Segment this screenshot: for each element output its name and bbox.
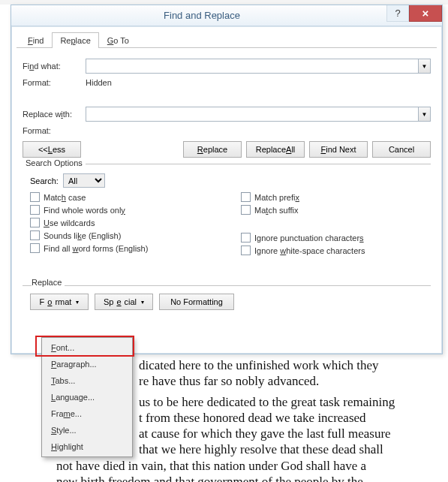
chevron-down-icon[interactable]: ▼ bbox=[418, 59, 430, 73]
special-dropdown-button[interactable]: Special bbox=[95, 294, 153, 310]
replace-with-input[interactable] bbox=[86, 107, 418, 121]
menu-highlight[interactable]: Highlight bbox=[44, 438, 131, 455]
tab-find[interactable]: Find bbox=[20, 32, 52, 48]
menu-paragraph[interactable]: Paragraph... bbox=[44, 356, 131, 372]
format-label-1: Format: bbox=[23, 78, 86, 87]
wildcards-checkbox[interactable]: Use wildcards bbox=[30, 218, 241, 227]
chevron-down-icon[interactable]: ▼ bbox=[418, 107, 430, 121]
replace-section-label: Replace bbox=[23, 255, 431, 286]
match-case-checkbox[interactable]: Match case bbox=[30, 192, 241, 202]
find-what-combo[interactable]: ▼ bbox=[86, 59, 431, 74]
sounds-like-checkbox[interactable]: Sounds like (English) bbox=[30, 230, 241, 240]
replace-with-combo[interactable]: ▼ bbox=[86, 107, 431, 122]
find-format-value: Hidden bbox=[86, 78, 112, 87]
help-button[interactable]: ? bbox=[386, 5, 409, 22]
tab-replace[interactable]: Replace bbox=[52, 32, 98, 48]
dialog-title: Find and Replace bbox=[17, 10, 386, 21]
format-menu: Font... Paragraph... Tabs... Language...… bbox=[41, 337, 133, 457]
menu-font[interactable]: Font... bbox=[44, 339, 131, 356]
format-label-2: Format: bbox=[23, 126, 86, 135]
ignore-whitespace-checkbox[interactable]: Ignore white-space characters bbox=[241, 246, 431, 255]
ignore-punct-checkbox[interactable]: Ignore punctuation characters bbox=[241, 233, 431, 243]
whole-words-checkbox[interactable]: Find whole words only bbox=[30, 205, 241, 215]
replace-with-label: Replace with: bbox=[23, 110, 86, 119]
search-direction-label: Search: bbox=[30, 176, 59, 185]
search-options-legend: Search Options bbox=[23, 158, 86, 167]
replace-button[interactable]: Replace bbox=[183, 141, 242, 158]
find-replace-dialog: Find and Replace ? × Find Replace Go To … bbox=[11, 5, 443, 354]
no-formatting-button[interactable]: No Formatting bbox=[159, 294, 234, 310]
menu-frame[interactable]: Frame... bbox=[44, 405, 131, 422]
close-button[interactable]: × bbox=[409, 5, 442, 22]
less-button[interactable]: << Less bbox=[23, 141, 81, 158]
menu-style[interactable]: Style... bbox=[44, 422, 131, 438]
titlebar: Find and Replace ? × bbox=[11, 5, 442, 26]
find-what-input[interactable] bbox=[86, 59, 418, 73]
menu-tabs[interactable]: Tabs... bbox=[44, 372, 131, 389]
format-dropdown-button[interactable]: Format bbox=[30, 294, 89, 310]
find-what-label: Find what: bbox=[23, 62, 86, 71]
menu-language[interactable]: Language... bbox=[44, 389, 131, 405]
tab-strip: Find Replace Go To bbox=[17, 32, 437, 48]
search-direction-select[interactable]: All bbox=[63, 173, 105, 188]
find-next-button[interactable]: Find Next bbox=[309, 141, 368, 158]
match-prefix-checkbox[interactable]: Match prefix bbox=[241, 192, 431, 202]
match-suffix-checkbox[interactable]: Match suffix bbox=[241, 205, 431, 215]
word-forms-checkbox[interactable]: Find all word forms (English) bbox=[30, 243, 241, 253]
tab-goto[interactable]: Go To bbox=[99, 32, 137, 48]
cancel-button[interactable]: Cancel bbox=[372, 141, 431, 158]
replace-all-button[interactable]: Replace All bbox=[246, 141, 305, 158]
